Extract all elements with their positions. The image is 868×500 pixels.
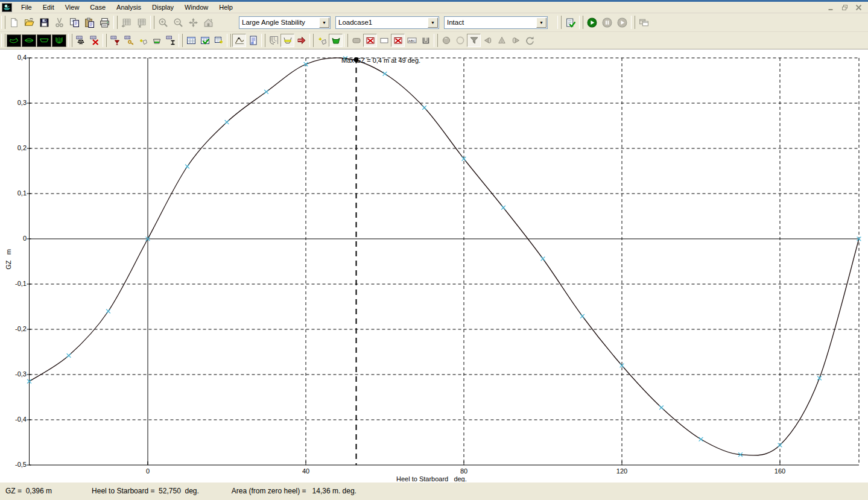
print-icon — [100, 17, 110, 28]
delete-loadcase-row-button[interactable] — [87, 34, 101, 47]
filter-results-icon — [469, 36, 479, 45]
show-labels-button[interactable]: ABC — [405, 34, 419, 47]
menu-case[interactable]: Case — [84, 2, 111, 12]
zoom-in-button[interactable] — [156, 15, 171, 30]
show-graph-button[interactable] — [232, 34, 246, 47]
loadcase-table-button[interactable] — [184, 34, 198, 47]
zoom-out-button[interactable] — [171, 15, 186, 30]
data-point-marker — [225, 120, 229, 124]
add-surface-button[interactable] — [315, 34, 329, 47]
view-body-plan-icon — [54, 36, 64, 45]
chevron-down-icon[interactable]: ▼ — [536, 17, 546, 28]
rotate-left-button[interactable] — [481, 34, 495, 47]
view-perspective-button[interactable] — [7, 34, 21, 47]
y-tick-label: 0,1 — [2, 189, 27, 197]
render-off-b-button[interactable] — [391, 34, 405, 47]
close-button[interactable] — [852, 2, 865, 13]
render-solid-button[interactable] — [349, 34, 363, 47]
home-view-icon — [203, 17, 214, 28]
toolbar-grip — [113, 16, 118, 29]
copy-button[interactable] — [67, 15, 82, 30]
zoom-in-icon — [158, 17, 168, 28]
menu-view[interactable]: View — [60, 2, 85, 12]
start-analysis-button[interactable] — [584, 15, 600, 30]
render-off-a-button[interactable] — [363, 34, 377, 47]
show-waterplane-button[interactable] — [280, 34, 294, 47]
update-loadcase-button[interactable] — [198, 34, 212, 47]
add-load-item-button[interactable] — [212, 34, 226, 47]
paste-button[interactable] — [82, 15, 97, 30]
x-tick-label: 160 — [768, 467, 792, 475]
rotate-view-icon — [525, 36, 534, 45]
show-sections-icon — [269, 36, 279, 45]
heel-readout: Heel to Starboard = 52,750 deg. — [92, 487, 199, 495]
minimize-button[interactable] — [825, 2, 837, 13]
data-point-marker — [699, 437, 703, 441]
render-solid-icon — [352, 36, 361, 45]
rotate-up-button[interactable] — [495, 34, 508, 47]
analysis-settings-button[interactable] — [563, 15, 578, 30]
home-view-button[interactable] — [201, 15, 216, 30]
save-file-button[interactable] — [37, 15, 52, 30]
insert-table-rows-icon — [121, 17, 131, 28]
print-button[interactable] — [97, 15, 112, 30]
fluid-permeability-button[interactable] — [122, 34, 136, 47]
resume-analysis-button[interactable] — [615, 15, 630, 30]
show-bracket-button[interactable] — [419, 34, 432, 47]
data-point-marker — [501, 206, 505, 210]
chevron-down-icon[interactable]: ▼ — [319, 17, 329, 28]
fluid-sounding-button[interactable] — [163, 34, 177, 47]
balance-loadcase-button[interactable] — [74, 34, 87, 47]
render-off-b-icon — [393, 36, 403, 45]
show-half-profile-button[interactable] — [294, 34, 308, 47]
render-sphere-icon — [442, 36, 451, 45]
arrange-windows-icon — [639, 17, 649, 28]
menu-help[interactable]: Help — [214, 2, 238, 12]
render-sphere-button[interactable] — [439, 34, 453, 47]
menu-analysis[interactable]: Analysis — [111, 2, 147, 12]
chevron-down-icon[interactable]: ▼ — [428, 17, 438, 28]
add-fluid-button[interactable] — [136, 34, 150, 47]
data-point-marker — [185, 165, 189, 169]
rotate-view-button[interactable] — [522, 34, 536, 47]
pause-analysis-button[interactable] — [600, 15, 615, 30]
fluid-density-button[interactable] — [108, 34, 122, 47]
x-tick-label: 0 — [136, 467, 160, 475]
rotate-right-button[interactable] — [508, 34, 522, 47]
filter-results-button[interactable] — [467, 34, 481, 47]
view-plan-button[interactable] — [22, 34, 36, 47]
add-surface-icon — [317, 36, 327, 45]
menu-display[interactable]: Display — [147, 2, 179, 12]
toolbar-grip — [344, 34, 348, 47]
show-report-button[interactable] — [246, 34, 260, 47]
svg-text:ABC: ABC — [408, 39, 416, 43]
condition-combobox[interactable]: Intact▼ — [444, 16, 548, 29]
rotate-right-icon — [511, 36, 521, 45]
view-profile-button[interactable] — [37, 34, 51, 47]
restore-button[interactable] — [838, 2, 851, 13]
fluid-levels-button[interactable] — [150, 34, 163, 47]
gz-curve-plot[interactable]: 0,40,30,20,10-0,1-0,2-0,3-0,4-0,50408012… — [0, 49, 868, 482]
toolbar-grip — [227, 34, 231, 47]
arrange-windows-button[interactable] — [636, 15, 651, 30]
render-outline-icon — [379, 36, 389, 45]
toolbar-grip — [1, 16, 5, 29]
pan-button[interactable] — [186, 15, 201, 30]
new-document-button[interactable] — [7, 15, 22, 30]
view-body-plan-button[interactable] — [52, 34, 66, 47]
show-sections-button[interactable] — [267, 34, 280, 47]
loadcase-combobox[interactable]: Loadcase1▼ — [335, 16, 439, 29]
delete-table-rows-button[interactable] — [134, 15, 149, 30]
menu-file[interactable]: File — [16, 2, 37, 12]
new-document-icon — [9, 17, 19, 28]
show-tanks-button[interactable] — [329, 34, 343, 47]
insert-table-rows-button[interactable] — [119, 15, 134, 30]
render-outline-button[interactable] — [377, 34, 391, 47]
cut-button[interactable] — [52, 15, 67, 30]
analysis-type-combobox[interactable]: Large Angle Stability▼ — [239, 16, 331, 29]
render-wireframe-button[interactable] — [453, 34, 467, 47]
menu-edit[interactable]: Edit — [37, 2, 60, 12]
menu-window[interactable]: Window — [179, 2, 214, 12]
open-file-button[interactable] — [22, 15, 37, 30]
rotate-up-icon — [497, 36, 507, 45]
